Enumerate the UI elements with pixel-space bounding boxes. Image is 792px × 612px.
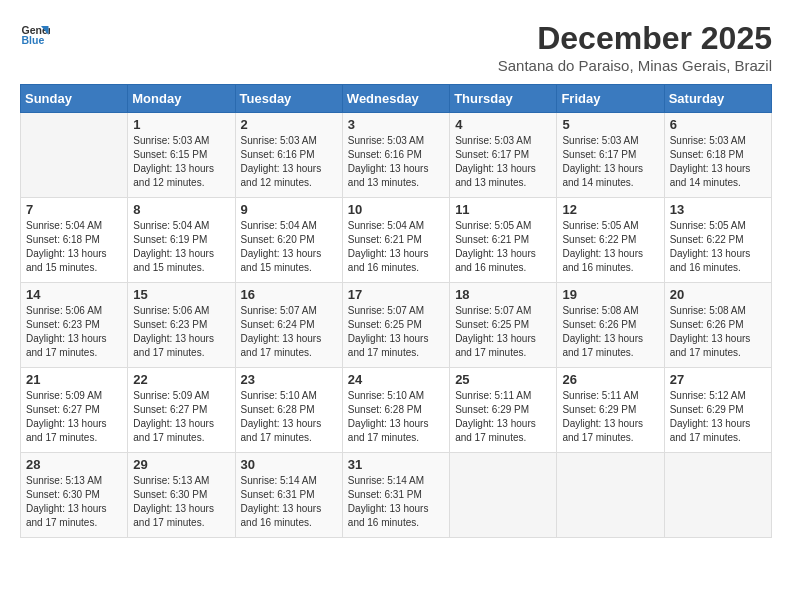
day-info: Sunrise: 5:04 AM Sunset: 6:19 PM Dayligh…	[133, 219, 229, 275]
calendar-cell: 23Sunrise: 5:10 AM Sunset: 6:28 PM Dayli…	[235, 368, 342, 453]
day-number: 28	[26, 457, 122, 472]
day-info: Sunrise: 5:11 AM Sunset: 6:29 PM Dayligh…	[562, 389, 658, 445]
day-info: Sunrise: 5:07 AM Sunset: 6:24 PM Dayligh…	[241, 304, 337, 360]
calendar-cell: 6Sunrise: 5:03 AM Sunset: 6:18 PM Daylig…	[664, 113, 771, 198]
day-info: Sunrise: 5:14 AM Sunset: 6:31 PM Dayligh…	[241, 474, 337, 530]
svg-text:Blue: Blue	[22, 34, 45, 46]
day-number: 7	[26, 202, 122, 217]
calendar-cell: 9Sunrise: 5:04 AM Sunset: 6:20 PM Daylig…	[235, 198, 342, 283]
day-number: 25	[455, 372, 551, 387]
calendar-week-row: 21Sunrise: 5:09 AM Sunset: 6:27 PM Dayli…	[21, 368, 772, 453]
calendar-cell: 20Sunrise: 5:08 AM Sunset: 6:26 PM Dayli…	[664, 283, 771, 368]
day-info: Sunrise: 5:03 AM Sunset: 6:17 PM Dayligh…	[562, 134, 658, 190]
day-info: Sunrise: 5:05 AM Sunset: 6:22 PM Dayligh…	[670, 219, 766, 275]
day-number: 13	[670, 202, 766, 217]
calendar-cell	[21, 113, 128, 198]
day-info: Sunrise: 5:09 AM Sunset: 6:27 PM Dayligh…	[133, 389, 229, 445]
weekday-header-row: SundayMondayTuesdayWednesdayThursdayFrid…	[21, 85, 772, 113]
day-number: 21	[26, 372, 122, 387]
day-info: Sunrise: 5:14 AM Sunset: 6:31 PM Dayligh…	[348, 474, 444, 530]
day-number: 26	[562, 372, 658, 387]
calendar-cell: 11Sunrise: 5:05 AM Sunset: 6:21 PM Dayli…	[450, 198, 557, 283]
calendar-cell: 2Sunrise: 5:03 AM Sunset: 6:16 PM Daylig…	[235, 113, 342, 198]
day-info: Sunrise: 5:03 AM Sunset: 6:15 PM Dayligh…	[133, 134, 229, 190]
day-number: 5	[562, 117, 658, 132]
day-info: Sunrise: 5:05 AM Sunset: 6:22 PM Dayligh…	[562, 219, 658, 275]
weekday-header-cell: Wednesday	[342, 85, 449, 113]
weekday-header-cell: Thursday	[450, 85, 557, 113]
weekday-header-cell: Monday	[128, 85, 235, 113]
day-info: Sunrise: 5:12 AM Sunset: 6:29 PM Dayligh…	[670, 389, 766, 445]
logo: General Blue	[20, 20, 50, 50]
weekday-header-cell: Saturday	[664, 85, 771, 113]
day-info: Sunrise: 5:06 AM Sunset: 6:23 PM Dayligh…	[26, 304, 122, 360]
calendar-cell: 29Sunrise: 5:13 AM Sunset: 6:30 PM Dayli…	[128, 453, 235, 538]
day-number: 9	[241, 202, 337, 217]
weekday-header-cell: Friday	[557, 85, 664, 113]
day-info: Sunrise: 5:04 AM Sunset: 6:18 PM Dayligh…	[26, 219, 122, 275]
day-number: 29	[133, 457, 229, 472]
day-info: Sunrise: 5:04 AM Sunset: 6:21 PM Dayligh…	[348, 219, 444, 275]
calendar-cell: 12Sunrise: 5:05 AM Sunset: 6:22 PM Dayli…	[557, 198, 664, 283]
weekday-header-cell: Tuesday	[235, 85, 342, 113]
day-number: 19	[562, 287, 658, 302]
calendar-cell: 17Sunrise: 5:07 AM Sunset: 6:25 PM Dayli…	[342, 283, 449, 368]
day-info: Sunrise: 5:03 AM Sunset: 6:16 PM Dayligh…	[241, 134, 337, 190]
day-number: 15	[133, 287, 229, 302]
day-number: 31	[348, 457, 444, 472]
day-number: 1	[133, 117, 229, 132]
day-number: 12	[562, 202, 658, 217]
calendar-cell: 10Sunrise: 5:04 AM Sunset: 6:21 PM Dayli…	[342, 198, 449, 283]
day-number: 30	[241, 457, 337, 472]
calendar-cell: 14Sunrise: 5:06 AM Sunset: 6:23 PM Dayli…	[21, 283, 128, 368]
day-number: 6	[670, 117, 766, 132]
day-info: Sunrise: 5:10 AM Sunset: 6:28 PM Dayligh…	[348, 389, 444, 445]
day-info: Sunrise: 5:06 AM Sunset: 6:23 PM Dayligh…	[133, 304, 229, 360]
calendar-cell: 4Sunrise: 5:03 AM Sunset: 6:17 PM Daylig…	[450, 113, 557, 198]
calendar-cell: 21Sunrise: 5:09 AM Sunset: 6:27 PM Dayli…	[21, 368, 128, 453]
day-number: 20	[670, 287, 766, 302]
day-info: Sunrise: 5:07 AM Sunset: 6:25 PM Dayligh…	[455, 304, 551, 360]
title-block: December 2025 Santana do Paraiso, Minas …	[498, 20, 772, 74]
day-info: Sunrise: 5:08 AM Sunset: 6:26 PM Dayligh…	[670, 304, 766, 360]
page-header: General Blue December 2025 Santana do Pa…	[20, 20, 772, 74]
day-number: 3	[348, 117, 444, 132]
calendar-cell	[450, 453, 557, 538]
calendar-cell: 18Sunrise: 5:07 AM Sunset: 6:25 PM Dayli…	[450, 283, 557, 368]
calendar-cell: 1Sunrise: 5:03 AM Sunset: 6:15 PM Daylig…	[128, 113, 235, 198]
calendar-cell: 31Sunrise: 5:14 AM Sunset: 6:31 PM Dayli…	[342, 453, 449, 538]
calendar-cell: 19Sunrise: 5:08 AM Sunset: 6:26 PM Dayli…	[557, 283, 664, 368]
day-info: Sunrise: 5:09 AM Sunset: 6:27 PM Dayligh…	[26, 389, 122, 445]
calendar-body: 1Sunrise: 5:03 AM Sunset: 6:15 PM Daylig…	[21, 113, 772, 538]
calendar-cell: 8Sunrise: 5:04 AM Sunset: 6:19 PM Daylig…	[128, 198, 235, 283]
day-info: Sunrise: 5:08 AM Sunset: 6:26 PM Dayligh…	[562, 304, 658, 360]
calendar-cell	[557, 453, 664, 538]
day-info: Sunrise: 5:03 AM Sunset: 6:17 PM Dayligh…	[455, 134, 551, 190]
calendar-cell: 16Sunrise: 5:07 AM Sunset: 6:24 PM Dayli…	[235, 283, 342, 368]
day-info: Sunrise: 5:03 AM Sunset: 6:16 PM Dayligh…	[348, 134, 444, 190]
calendar-week-row: 1Sunrise: 5:03 AM Sunset: 6:15 PM Daylig…	[21, 113, 772, 198]
calendar-week-row: 7Sunrise: 5:04 AM Sunset: 6:18 PM Daylig…	[21, 198, 772, 283]
calendar-cell: 7Sunrise: 5:04 AM Sunset: 6:18 PM Daylig…	[21, 198, 128, 283]
day-info: Sunrise: 5:11 AM Sunset: 6:29 PM Dayligh…	[455, 389, 551, 445]
day-number: 8	[133, 202, 229, 217]
month-title: December 2025	[498, 20, 772, 57]
calendar-week-row: 14Sunrise: 5:06 AM Sunset: 6:23 PM Dayli…	[21, 283, 772, 368]
calendar-cell: 3Sunrise: 5:03 AM Sunset: 6:16 PM Daylig…	[342, 113, 449, 198]
day-number: 17	[348, 287, 444, 302]
calendar-cell: 5Sunrise: 5:03 AM Sunset: 6:17 PM Daylig…	[557, 113, 664, 198]
day-info: Sunrise: 5:13 AM Sunset: 6:30 PM Dayligh…	[26, 474, 122, 530]
day-number: 23	[241, 372, 337, 387]
day-info: Sunrise: 5:04 AM Sunset: 6:20 PM Dayligh…	[241, 219, 337, 275]
day-number: 10	[348, 202, 444, 217]
calendar-cell: 24Sunrise: 5:10 AM Sunset: 6:28 PM Dayli…	[342, 368, 449, 453]
day-number: 18	[455, 287, 551, 302]
calendar-cell: 30Sunrise: 5:14 AM Sunset: 6:31 PM Dayli…	[235, 453, 342, 538]
day-number: 22	[133, 372, 229, 387]
day-number: 11	[455, 202, 551, 217]
day-number: 16	[241, 287, 337, 302]
logo-icon: General Blue	[20, 20, 50, 50]
day-number: 27	[670, 372, 766, 387]
calendar-cell: 13Sunrise: 5:05 AM Sunset: 6:22 PM Dayli…	[664, 198, 771, 283]
location-subtitle: Santana do Paraiso, Minas Gerais, Brazil	[498, 57, 772, 74]
